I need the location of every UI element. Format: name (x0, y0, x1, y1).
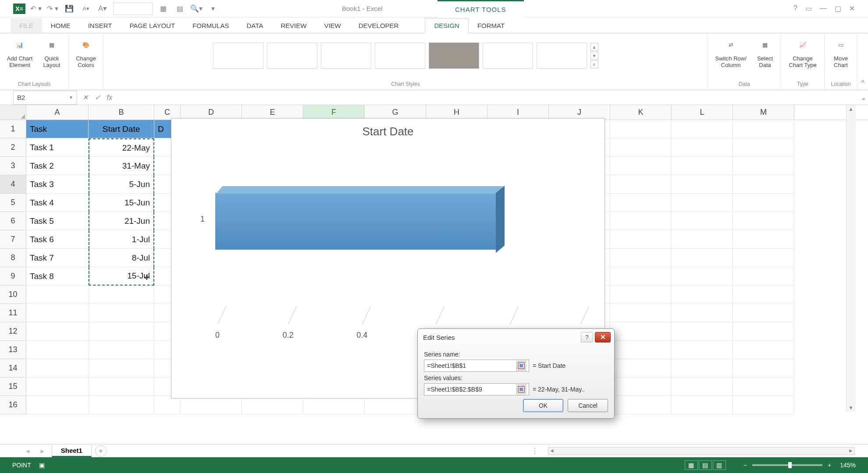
cancel-button[interactable]: Cancel (568, 399, 608, 412)
cell-K15[interactable] (610, 378, 672, 396)
chart-style-6[interactable] (483, 42, 533, 69)
zoom-out-icon[interactable]: − (743, 462, 747, 469)
zoom-level[interactable]: 145% (840, 462, 856, 469)
cell-M7[interactable] (733, 230, 794, 249)
cell-B9[interactable]: 15-Jul (89, 267, 154, 286)
cell-A11[interactable] (26, 304, 89, 322)
cell-E16[interactable] (242, 396, 303, 414)
cell-D16[interactable] (181, 396, 242, 414)
chart-style-5-selected[interactable] (429, 42, 479, 69)
help-icon[interactable]: ? (793, 4, 797, 13)
column-header-C[interactable]: C (154, 105, 181, 120)
add-chart-element-button[interactable]: 📊 Add Chart Element (5, 36, 34, 68)
cell-A2[interactable]: Task 1 (26, 138, 89, 157)
chart-styles-scroll-up-icon[interactable]: ▲ (591, 43, 598, 51)
qat-btn-1[interactable]: ▦ (157, 3, 169, 15)
cell-A5[interactable]: Task 4 (26, 194, 89, 212)
close-icon[interactable]: ✕ (849, 4, 855, 13)
chart-style-2[interactable] (267, 42, 317, 69)
chart-style-1[interactable] (213, 42, 263, 69)
column-header-D[interactable]: D (181, 105, 242, 120)
ribbon-display-icon[interactable]: ▭ (805, 4, 812, 13)
cell-K12[interactable] (610, 322, 672, 341)
cell-M3[interactable] (733, 157, 794, 175)
column-header-E[interactable]: E (242, 105, 303, 120)
chart-style-3[interactable] (321, 42, 371, 69)
maximize-icon[interactable]: ▢ (835, 4, 841, 13)
cell-A3[interactable]: Task 2 (26, 157, 89, 175)
chart-style-7[interactable] (537, 42, 587, 69)
cell-M16[interactable] (733, 396, 794, 414)
cell-L2[interactable] (672, 138, 733, 157)
cell-L6[interactable] (672, 212, 733, 230)
tab-home[interactable]: HOME (42, 18, 79, 33)
quick-layout-button[interactable]: ▦ Quick Layout (40, 36, 63, 68)
row-header-14[interactable]: 14 (0, 359, 26, 378)
cell-B7[interactable]: 1-Jul (89, 230, 154, 249)
cell-K13[interactable] (610, 341, 672, 359)
cell-M8[interactable] (733, 249, 794, 267)
name-box[interactable]: B2▼ (13, 91, 77, 105)
chart-style-4[interactable] (375, 42, 425, 69)
qat-btn-2[interactable]: ▤ (174, 3, 186, 15)
cell-L7[interactable] (672, 230, 733, 249)
cell-M2[interactable] (733, 138, 794, 157)
font-decrease-icon[interactable]: A▾ (80, 3, 92, 15)
cell-M15[interactable] (733, 378, 794, 396)
select-all-corner[interactable] (0, 105, 26, 120)
cell-L8[interactable] (672, 249, 733, 267)
cell-A6[interactable]: Task 5 (26, 212, 89, 230)
dialog-help-button[interactable]: ? (581, 332, 593, 342)
cell-B8[interactable]: 8-Jul (89, 249, 154, 267)
sheet-nav-next-icon[interactable]: ► (37, 448, 48, 455)
cell-G16[interactable] (365, 396, 426, 414)
macro-record-icon[interactable]: ▣ (39, 462, 45, 469)
chart-plot-area[interactable]: 1 00.20.40.60.81 (215, 153, 583, 328)
new-sheet-button[interactable]: + (95, 445, 107, 457)
row-header-7[interactable]: 7 (0, 230, 26, 249)
column-header-J[interactable]: J (549, 105, 610, 120)
row-header-5[interactable]: 5 (0, 194, 26, 212)
series-values-input[interactable]: =Sheet1!$B$2:$B$9 (424, 383, 529, 395)
cancel-formula-icon[interactable]: ✕ (79, 92, 91, 104)
change-chart-type-button[interactable]: 📈 Change Chart Type (786, 36, 819, 68)
collapse-ribbon-icon[interactable]: ^ (857, 33, 868, 90)
redo-icon[interactable]: ↷ ▾ (46, 3, 59, 15)
change-colors-button[interactable]: 🎨 Change Colors (74, 36, 98, 68)
cell-M12[interactable] (733, 322, 794, 341)
cell-K14[interactable] (610, 359, 672, 378)
chart-styles-scroll-down-icon[interactable]: ▼ (591, 52, 598, 60)
cell-B4[interactable]: 5-Jun (89, 175, 154, 194)
font-dropdown[interactable] (113, 3, 153, 15)
cell-K9[interactable] (610, 267, 672, 286)
cell-B16[interactable] (89, 396, 154, 414)
row-header-3[interactable]: 3 (0, 157, 26, 175)
dialog-close-button[interactable]: ✕ (595, 332, 611, 342)
cell-L15[interactable] (672, 378, 733, 396)
cell-B1[interactable]: Start Date (89, 120, 154, 138)
series-values-range-picker-icon[interactable] (516, 385, 526, 394)
cell-K3[interactable] (610, 157, 672, 175)
cell-B2[interactable]: 22-May (89, 138, 154, 157)
cell-M5[interactable] (733, 194, 794, 212)
cell-A1[interactable]: Task (26, 120, 89, 138)
switch-row-column-button[interactable]: ⇄ Switch Row/ Column (713, 36, 748, 68)
tab-format[interactable]: FORMAT (469, 18, 513, 33)
series-name-range-picker-icon[interactable] (516, 361, 526, 371)
row-header-13[interactable]: 13 (0, 341, 26, 359)
cell-B13[interactable] (89, 341, 154, 359)
cell-K16[interactable] (610, 396, 672, 414)
cell-K8[interactable] (610, 249, 672, 267)
tab-data[interactable]: DATA (238, 18, 272, 33)
move-chart-button[interactable]: ▭ Move Chart (830, 36, 852, 68)
cell-A8[interactable]: Task 7 (26, 249, 89, 267)
minimize-icon[interactable]: — (820, 4, 827, 13)
cell-B5[interactable]: 15-Jun (89, 194, 154, 212)
fx-icon[interactable]: fx (103, 92, 116, 104)
cell-L4[interactable] (672, 175, 733, 194)
column-header-B[interactable]: B (89, 105, 154, 120)
row-header-15[interactable]: 15 (0, 378, 26, 396)
cell-A9[interactable]: Task 8 (26, 267, 89, 286)
cell-M11[interactable] (733, 304, 794, 322)
cell-L9[interactable] (672, 267, 733, 286)
